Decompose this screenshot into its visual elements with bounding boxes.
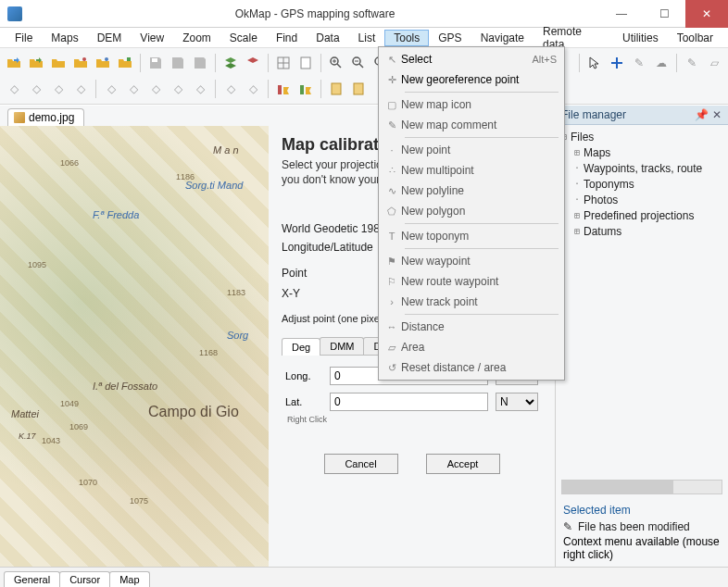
tree-item-maps[interactable]: ⊞Maps bbox=[558, 144, 726, 160]
tb2-b-icon[interactable]: ◇ bbox=[26, 79, 46, 99]
menu-item-new-polyline[interactable]: ∿New polyline bbox=[381, 181, 562, 201]
tb-pen2-icon[interactable]: ✎ bbox=[682, 53, 702, 73]
tb2-c-icon[interactable]: ◇ bbox=[48, 79, 69, 99]
tree-item-datums[interactable]: ⊞Datums bbox=[558, 223, 726, 239]
menu-list[interactable]: List bbox=[349, 30, 385, 46]
right-click-hint: Right Click bbox=[287, 415, 538, 424]
tb-open-icon[interactable] bbox=[4, 53, 24, 73]
menu-dem[interactable]: DEM bbox=[88, 30, 132, 46]
tb-pen-icon[interactable]: ✎ bbox=[629, 53, 649, 73]
lat-input[interactable] bbox=[330, 393, 488, 411]
tb2-n-icon[interactable] bbox=[326, 79, 346, 99]
tb2-o-icon[interactable] bbox=[348, 79, 369, 99]
menu-find[interactable]: Find bbox=[267, 30, 307, 46]
menu-item-reset-distance-area[interactable]: ↺Reset distance / area bbox=[381, 357, 562, 378]
cancel-button[interactable]: Cancel bbox=[324, 454, 398, 474]
tb-georef-icon[interactable] bbox=[607, 53, 627, 73]
tb-layers-icon[interactable] bbox=[220, 53, 241, 73]
menu-navigate[interactable]: Navigate bbox=[471, 30, 533, 46]
tb-save3-icon[interactable] bbox=[190, 53, 210, 73]
tb2-a-icon[interactable]: ◇ bbox=[4, 79, 24, 99]
tb-zoom-in-icon[interactable] bbox=[326, 53, 346, 73]
menu-maps[interactable]: Maps bbox=[42, 30, 87, 46]
tb-save2-icon[interactable] bbox=[168, 53, 188, 73]
tb-doc-icon[interactable] bbox=[295, 53, 316, 73]
tb-grid-icon[interactable] bbox=[273, 53, 294, 73]
menu-item-area[interactable]: ▱Area bbox=[381, 337, 562, 357]
menu-view[interactable]: View bbox=[131, 30, 173, 46]
tb2-k-icon[interactable]: ◇ bbox=[243, 79, 263, 99]
menu-scale[interactable]: Scale bbox=[220, 30, 267, 46]
menu-item-distance[interactable]: ↔Distance bbox=[381, 317, 562, 337]
menu-toolbar[interactable]: Toolbar bbox=[668, 30, 722, 46]
image-file-icon bbox=[14, 112, 25, 123]
svg-rect-12 bbox=[354, 83, 363, 94]
horizontal-scrollbar[interactable] bbox=[561, 480, 722, 494]
status-tab-general[interactable]: General bbox=[4, 571, 60, 587]
svg-rect-3 bbox=[152, 58, 157, 62]
tb-zoom-out-icon[interactable] bbox=[348, 53, 369, 73]
map-preview[interactable]: M a n Sorg.ti Mand F.ª Fredda Sorg I.ª d… bbox=[0, 126, 269, 567]
menu-tools[interactable]: Tools bbox=[384, 30, 429, 46]
menu-item-new-map-icon[interactable]: ▢New map icon bbox=[381, 94, 562, 115]
menu-item-new-point[interactable]: ·New point bbox=[381, 140, 562, 160]
status-tab-map[interactable]: Map bbox=[109, 571, 149, 587]
accept-button[interactable]: Accept bbox=[426, 454, 500, 474]
tb2-g-icon[interactable]: ◇ bbox=[145, 79, 166, 99]
menu-file[interactable]: File bbox=[6, 30, 42, 46]
menu-item-select[interactable]: ↖SelectAlt+S bbox=[381, 49, 562, 69]
coord-tab-dmm[interactable]: DMM bbox=[320, 337, 364, 355]
close-button[interactable]: ✕ bbox=[685, 0, 728, 28]
panel-close-icon[interactable]: ✕ bbox=[711, 108, 722, 121]
tb-folder4-icon[interactable] bbox=[115, 53, 135, 73]
tb2-j-icon[interactable]: ◇ bbox=[220, 79, 241, 99]
menu-zoom[interactable]: Zoom bbox=[173, 30, 220, 46]
tb2-e-icon[interactable]: ◇ bbox=[101, 79, 121, 99]
tb-shape-icon[interactable]: ▱ bbox=[704, 53, 724, 73]
menu-item-new-georeference-point[interactable]: ✛New georeference point bbox=[381, 69, 562, 90]
svg-rect-11 bbox=[332, 83, 341, 94]
tb2-l-icon[interactable] bbox=[273, 79, 294, 99]
coord-sys-label: Longitude/Latitude bbox=[282, 241, 393, 254]
menu-data[interactable]: Data bbox=[307, 30, 348, 46]
tree-root[interactable]: ⊟Files bbox=[558, 129, 726, 144]
coord-tab-deg[interactable]: Deg bbox=[282, 338, 320, 356]
menu-item-new-waypoint[interactable]: ⚑New waypoint bbox=[381, 251, 562, 271]
lat-dir-select[interactable]: N bbox=[496, 393, 538, 411]
tb-cloud-icon[interactable]: ☁ bbox=[651, 53, 672, 73]
tb-open2-icon[interactable] bbox=[26, 53, 46, 73]
tb-cursor-icon[interactable] bbox=[584, 53, 605, 73]
pin-icon[interactable]: 📌 bbox=[695, 108, 706, 121]
tb-layers2-icon[interactable] bbox=[243, 53, 263, 73]
menu-utilities[interactable]: Utilities bbox=[613, 30, 668, 46]
tb2-d-icon[interactable]: ◇ bbox=[70, 79, 91, 99]
window-titlebar: OkMap - GPS mapping software — ☐ ✕ bbox=[0, 0, 728, 28]
tree-item-photos[interactable]: ·Photos bbox=[558, 192, 726, 207]
menu-item-icon: ▱ bbox=[383, 342, 401, 354]
tree-item-toponyms[interactable]: ·Toponyms bbox=[558, 176, 726, 192]
selected-item-line2: Context menu available (mouse right clic… bbox=[563, 535, 721, 561]
tb2-i-icon[interactable]: ◇ bbox=[190, 79, 210, 99]
menu-item-new-toponym[interactable]: TNew toponym bbox=[381, 226, 562, 246]
maximize-button[interactable]: ☐ bbox=[643, 0, 685, 28]
status-tab-cursor[interactable]: Cursor bbox=[59, 571, 110, 587]
tb2-f-icon[interactable]: ◇ bbox=[123, 79, 144, 99]
tb-folder3-icon[interactable] bbox=[93, 53, 113, 73]
document-tab[interactable]: demo.jpg bbox=[7, 108, 84, 126]
tb-folder-icon[interactable] bbox=[48, 53, 69, 73]
selected-item-header: Selected item bbox=[563, 504, 721, 517]
menu-item-new-route-waypoint[interactable]: ⚐New route waypoint bbox=[381, 271, 562, 292]
menu-gps[interactable]: GPS bbox=[429, 30, 471, 46]
tb-save-icon[interactable] bbox=[145, 53, 166, 73]
menu-item-new-track-point[interactable]: ›New track point bbox=[381, 292, 562, 312]
tb2-m-icon[interactable] bbox=[295, 79, 316, 99]
file-tree[interactable]: ⊟Files⊞Maps·Waypoints, tracks, route·Top… bbox=[556, 125, 728, 476]
lat-label: Lat. bbox=[285, 396, 322, 407]
menu-item-new-map-comment[interactable]: ✎New map comment bbox=[381, 115, 562, 135]
tree-item-waypoints-tracks-route[interactable]: ·Waypoints, tracks, route bbox=[558, 160, 726, 176]
menu-item-new-multipoint[interactable]: ∴New multipoint bbox=[381, 160, 562, 181]
tb-folder2-icon[interactable] bbox=[70, 53, 91, 73]
tree-item-predefined-projections[interactable]: ⊞Predefined projections bbox=[558, 207, 726, 223]
menu-item-new-polygon[interactable]: ⬠New polygon bbox=[381, 201, 562, 221]
tb2-h-icon[interactable]: ◇ bbox=[168, 79, 188, 99]
